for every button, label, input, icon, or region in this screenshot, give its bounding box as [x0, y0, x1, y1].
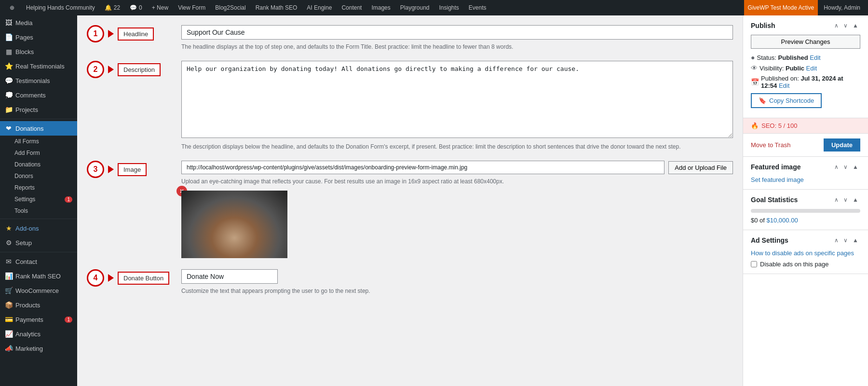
sidebar-item-testimonials[interactable]: 💬 Testimonials	[0, 73, 77, 88]
givewp-status[interactable]: GiveWP Test Mode Active	[744, 0, 818, 15]
description-textarea[interactable]	[181, 61, 733, 138]
goal-amount-text: $0 of $10,000.00	[751, 217, 860, 224]
step-3-circle: 3	[87, 161, 104, 178]
sidebar-item-media[interactable]: 🖼 Media	[0, 15, 77, 30]
featured-collapse-btn[interactable]: ∧	[832, 163, 841, 171]
playground-menu[interactable]: Playground	[396, 0, 434, 15]
contact-icon: ✉	[5, 258, 13, 265]
sidebar-arrow	[74, 125, 77, 131]
visibility-icon: 👁	[751, 64, 758, 72]
images-menu[interactable]: Images	[367, 0, 394, 15]
sidebar-item-analytics[interactable]: 📈 Analytics	[0, 327, 77, 341]
sidebar-item-donations-sub[interactable]: Donations	[10, 159, 77, 170]
goal-collapse-btn[interactable]: ∧	[832, 195, 841, 204]
move-to-trash-link[interactable]: Move to Trash	[751, 141, 790, 149]
featured-settings-btn[interactable]: ▲	[851, 163, 860, 171]
disable-ads-checkbox[interactable]	[751, 261, 757, 267]
headline-input[interactable]	[181, 25, 733, 40]
sidebar-item-settings[interactable]: Settings 1	[10, 193, 77, 205]
star-icon: ★	[5, 224, 13, 232]
sidebar-item-tools[interactable]: Tools	[10, 205, 77, 217]
headline-arrow	[108, 30, 114, 38]
sidebar-item-blocks[interactable]: ▦ Blocks	[0, 44, 77, 59]
image-preview-container: ×	[181, 191, 287, 258]
updates-icon[interactable]: 🔔 22	[101, 0, 124, 15]
ad-settings-section: Ad Settings ∧ ∨ ▲ How to disable ads on …	[743, 230, 868, 274]
rank-math-menu[interactable]: Rank Math SEO	[252, 0, 301, 15]
view-form-link[interactable]: View Form	[174, 0, 209, 15]
sidebar-item-rank-math[interactable]: 📊 Rank Math SEO	[0, 269, 77, 283]
sidebar-item-comments[interactable]: 💭 Comments	[0, 88, 77, 102]
publish-collapse-btn[interactable]: ∧	[832, 21, 841, 30]
ad-expand-btn[interactable]: ∨	[841, 236, 850, 245]
update-button[interactable]: Update	[824, 138, 860, 152]
sidebar-item-products[interactable]: 📦 Products	[0, 298, 77, 312]
sidebar-item-all-forms[interactable]: All Forms	[10, 136, 77, 147]
sidebar: 🖼 Media 📄 Pages ▦ Blocks ⭐ Real Testimon…	[0, 15, 77, 386]
move-trash-row: Move to Trash Update	[743, 134, 868, 157]
comments-icon[interactable]: 💬 0	[126, 0, 146, 15]
testimonials-icon: ⭐	[5, 62, 13, 70]
publish-expand-btn[interactable]: ∨	[841, 21, 850, 30]
publish-settings-btn[interactable]: ▲	[851, 21, 860, 30]
goal-target-link[interactable]: $10,000.00	[767, 217, 798, 224]
sidebar-item-add-form[interactable]: Add Form	[10, 147, 77, 159]
preview-changes-button[interactable]: Preview Changes	[751, 35, 860, 49]
insights-menu[interactable]: Insights	[435, 0, 463, 15]
payments-icon: 💳	[5, 316, 13, 323]
howdy-label[interactable]: Howdy, Admin	[820, 0, 864, 15]
headline-row: 1 Headline The headline displays at the …	[87, 25, 733, 51]
sidebar-item-payments[interactable]: 💳 Payments 1	[0, 312, 77, 327]
disable-ads-link[interactable]: How to disable ads on specific pages	[751, 249, 860, 257]
ad-settings-btn[interactable]: ▲	[851, 236, 860, 245]
sidebar-item-woocommerce[interactable]: 🛒 WooCommerce	[0, 283, 77, 298]
seo-icon: 🔥	[751, 122, 759, 129]
sidebar-item-pages[interactable]: 📄 Pages	[0, 30, 77, 44]
sidebar-item-real-testimonials[interactable]: ⭐ Real Testimonials	[0, 59, 77, 73]
donate-button-input[interactable]	[181, 269, 278, 284]
shortcode-icon: 🔖	[759, 97, 766, 104]
goal-statistics-section: Goal Statistics ∧ ∨ ▲ $0 of $10,000.00	[743, 190, 868, 230]
sidebar-item-addons[interactable]: ★ Add-ons	[0, 221, 77, 235]
goal-expand-btn[interactable]: ∨	[841, 195, 850, 204]
sidebar-divider-2	[0, 219, 77, 219]
visibility-edit-link[interactable]: Edit	[806, 65, 817, 72]
description-row: 2 Description The description displays b…	[87, 61, 733, 151]
sidebar-item-reports[interactable]: Reports	[10, 182, 77, 193]
svg-rect-6	[208, 230, 217, 235]
status-edit-link[interactable]: Edit	[810, 54, 820, 61]
sidebar-item-projects[interactable]: 📁 Projects	[0, 102, 77, 117]
svg-point-4	[235, 222, 262, 241]
new-button[interactable]: + New	[148, 0, 172, 15]
published-edit-link[interactable]: Edit	[779, 82, 789, 89]
ai-engine-menu[interactable]: AI Engine	[303, 0, 336, 15]
site-name[interactable]: Helping Hands Community	[22, 0, 99, 15]
donate-button-help: Customize the text that appears promptin…	[181, 287, 733, 295]
donate-button-row: 4 Donate Button Customize the text that …	[87, 269, 733, 295]
sidebar-item-setup[interactable]: ⚙ Setup	[0, 235, 77, 250]
sidebar-item-marketing[interactable]: 📣 Marketing	[0, 341, 77, 356]
headline-help: The headline displays at the top of step…	[181, 42, 733, 51]
blog2social-menu[interactable]: Blog2Social	[211, 0, 249, 15]
set-featured-image-link[interactable]: Set featured image	[751, 176, 804, 183]
goal-controls: ∧ ∨ ▲	[832, 195, 860, 204]
wp-logo-icon[interactable]: ⊕	[4, 0, 20, 15]
sidebar-item-donations[interactable]: ❤ Donations	[0, 121, 77, 136]
ad-collapse-btn[interactable]: ∧	[832, 236, 841, 245]
published-date-row: 📅 Published on: Jul 31, 2024 at 12:54 Ed…	[751, 75, 860, 89]
calendar-icon: 📅	[751, 78, 759, 86]
sidebar-item-contact[interactable]: ✉ Contact	[0, 254, 77, 269]
image-url-input[interactable]	[181, 161, 665, 174]
donate-button-label-box: Donate Button	[118, 272, 169, 285]
content-menu[interactable]: Content	[338, 0, 366, 15]
events-menu[interactable]: Events	[465, 0, 490, 15]
comments-sidebar-icon: 💭	[5, 91, 13, 99]
media-icon: 🖼	[5, 19, 13, 27]
sidebar-item-donors[interactable]: Donors	[10, 170, 77, 182]
blocks-icon: ▦	[5, 48, 13, 55]
copy-shortcode-button[interactable]: 🔖 Copy Shortcode	[751, 93, 822, 108]
visibility-row: 👁 Visibility: Public Edit	[751, 64, 860, 72]
featured-expand-btn[interactable]: ∨	[841, 163, 850, 171]
goal-settings-btn[interactable]: ▲	[851, 195, 860, 204]
upload-file-button[interactable]: Add or Upload File	[668, 161, 733, 174]
